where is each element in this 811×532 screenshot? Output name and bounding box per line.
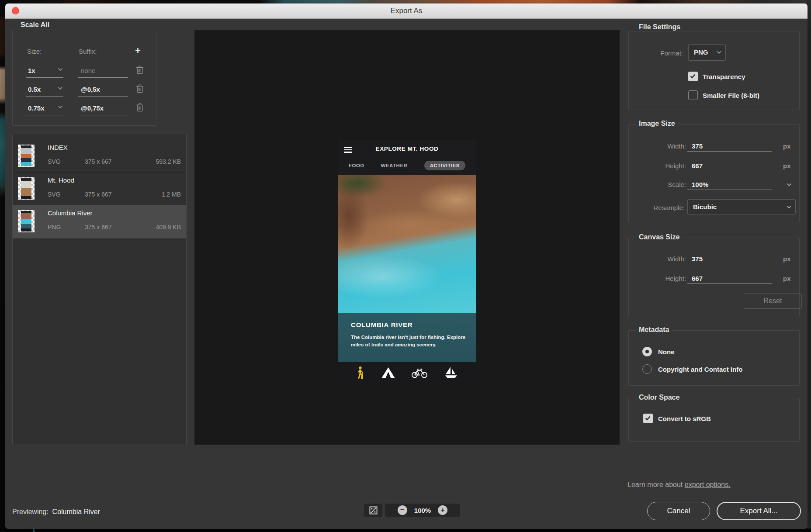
file-format: PNG — [48, 224, 61, 231]
caption-body: The Columbia river isn't just for fishin… — [351, 334, 466, 349]
suffix-column-label: Suffix: — [79, 48, 97, 55]
color-space-title: Color Space — [636, 394, 683, 401]
scale-size-select[interactable]: 0.75x — [28, 104, 45, 112]
learn-more-text: Learn more about export options. — [627, 481, 731, 489]
chevron-down-icon — [717, 51, 721, 54]
transparency-grid-icon — [369, 506, 378, 515]
scale-suffix-input[interactable]: @0,5x — [81, 86, 100, 93]
preview-canvas[interactable]: EXPLORE MT. HOOD FOOD WEATHER ACTIVITIES… — [194, 30, 620, 445]
background-app-strip-bottom — [0, 529, 811, 532]
scale-size-select[interactable]: 0.5x — [28, 86, 41, 93]
file-size: 593.2 KB — [156, 158, 181, 165]
scale-suffix-input[interactable]: none — [81, 67, 95, 74]
file-settings-title: File Settings — [636, 23, 683, 31]
format-dropdown[interactable]: PNG — [688, 44, 726, 61]
metadata-copyright-label: Copyright and Contact Info — [658, 366, 742, 373]
smaller-file-checkbox[interactable] — [688, 90, 698, 100]
image-height-unit: px — [783, 162, 791, 169]
phone-app-title: EXPLORE MT. HOOD — [338, 145, 476, 152]
metadata-none-radio[interactable] — [642, 347, 652, 356]
file-size: 1.2 MB — [162, 191, 181, 198]
input-underline — [687, 283, 772, 284]
thumbnail-preview — [21, 178, 31, 199]
metadata-copyright-radio[interactable] — [642, 364, 652, 374]
size-column-label: Size: — [27, 48, 42, 55]
format-label: Format: — [625, 49, 683, 57]
chevron-down-icon[interactable] — [787, 183, 792, 187]
chevron-down-icon — [58, 68, 63, 71]
caption-title: COLUMBIA RIVER — [351, 321, 412, 328]
dialog-body: Scale All Size: Suffix: + 1x none 0.5x @ — [5, 19, 808, 529]
export-options-link[interactable]: export options. — [685, 481, 731, 488]
file-thumbnail — [18, 145, 35, 167]
canvas-width-input[interactable]: 375 — [692, 255, 703, 263]
size-underline — [26, 96, 63, 97]
transparency-checkbox[interactable] — [688, 72, 698, 81]
zoom-out-button[interactable]: − — [398, 505, 407, 515]
input-underline — [687, 264, 772, 264]
zoom-level: 100% — [414, 507, 431, 514]
caption-overlay: COLUMBIA RIVER The Columbia river isn't … — [338, 313, 476, 362]
size-underline — [26, 115, 63, 115]
dialog-titlebar[interactable]: Export As — [5, 3, 808, 19]
canvas-height-label: Height: — [628, 275, 686, 282]
file-name: Mt. Hood — [48, 176, 74, 184]
image-height-input[interactable]: 667 — [692, 162, 703, 169]
canvas-height-input[interactable]: 667 — [692, 275, 703, 282]
trash-icon — [136, 84, 144, 93]
add-scale-button[interactable]: + — [135, 45, 141, 56]
file-name: Columbia River — [48, 209, 93, 217]
image-width-input[interactable]: 375 — [692, 142, 703, 150]
zoom-in-button[interactable]: + — [438, 505, 447, 515]
suffix-underline — [78, 96, 128, 97]
image-size-title: Image Size — [636, 120, 678, 128]
chevron-down-icon — [58, 105, 63, 109]
resample-label: Resample: — [627, 204, 685, 211]
export-as-dialog: Export As Scale All Size: Suffix: + 1x n… — [5, 3, 808, 529]
trash-icon — [136, 66, 144, 74]
thumbnail-preview — [21, 145, 31, 166]
file-format: SVG — [48, 191, 61, 198]
previewing-label: Previewing: — [12, 508, 49, 515]
scale-size-select[interactable]: 1x — [28, 67, 35, 74]
file-format: SVG — [48, 158, 61, 165]
export-all-button[interactable]: Export All... — [717, 502, 801, 520]
phone-mockup: EXPLORE MT. HOOD FOOD WEATHER ACTIVITIES… — [338, 140, 476, 383]
previewing-value: Columbia River — [52, 508, 100, 515]
file-name: INDEX — [48, 144, 68, 151]
transparency-preview-toggle[interactable] — [364, 504, 382, 517]
scale-suffix-input[interactable]: @0,75x — [81, 104, 104, 112]
color-space-panel — [628, 398, 800, 442]
delete-scale-button[interactable] — [135, 84, 144, 94]
size-underline — [26, 77, 63, 78]
zoom-control: − 100% + — [385, 504, 460, 517]
delete-scale-button[interactable] — [135, 66, 144, 75]
convert-srgb-label: Convert to sRGB — [658, 415, 711, 422]
file-row-columbia-river-selected[interactable]: Columbia River PNG 375 x 667 409.9 KB — [13, 205, 186, 239]
dialog-title: Export As — [5, 7, 808, 15]
input-underline — [687, 171, 772, 171]
input-underline — [687, 151, 772, 152]
image-width-label: Width: — [628, 142, 686, 150]
hiker-icon — [356, 366, 364, 380]
scale-label: Scale: — [628, 181, 686, 188]
phone-tab-bar: FOOD WEATHER ACTIVITIES — [338, 159, 476, 172]
river-photo — [338, 175, 476, 313]
suffix-underline — [78, 77, 128, 78]
file-dimensions: 375 x 667 — [85, 191, 112, 198]
checkmark-icon — [645, 416, 651, 421]
cancel-button[interactable]: Cancel — [647, 502, 710, 520]
convert-srgb-checkbox[interactable] — [643, 414, 653, 423]
scale-select[interactable]: 100% — [692, 181, 708, 188]
file-row-index[interactable]: INDEX SVG 375 x 667 593.2 KB — [13, 140, 186, 173]
file-meta: SVG 375 x 667 593.2 KB — [48, 158, 181, 165]
resample-dropdown[interactable]: Bicubic — [687, 199, 796, 214]
file-thumbnail — [18, 210, 35, 232]
canvas-height-unit: px — [783, 275, 791, 282]
sailboat-icon — [444, 367, 458, 379]
file-dimensions: 375 x 667 — [85, 224, 112, 231]
file-row-mt-hood[interactable]: Mt. Hood SVG 375 x 667 1.2 MB — [13, 173, 186, 205]
reset-button[interactable]: Reset — [744, 293, 802, 309]
learn-more-prefix: Learn more about — [627, 481, 685, 488]
delete-scale-button[interactable] — [135, 103, 144, 113]
